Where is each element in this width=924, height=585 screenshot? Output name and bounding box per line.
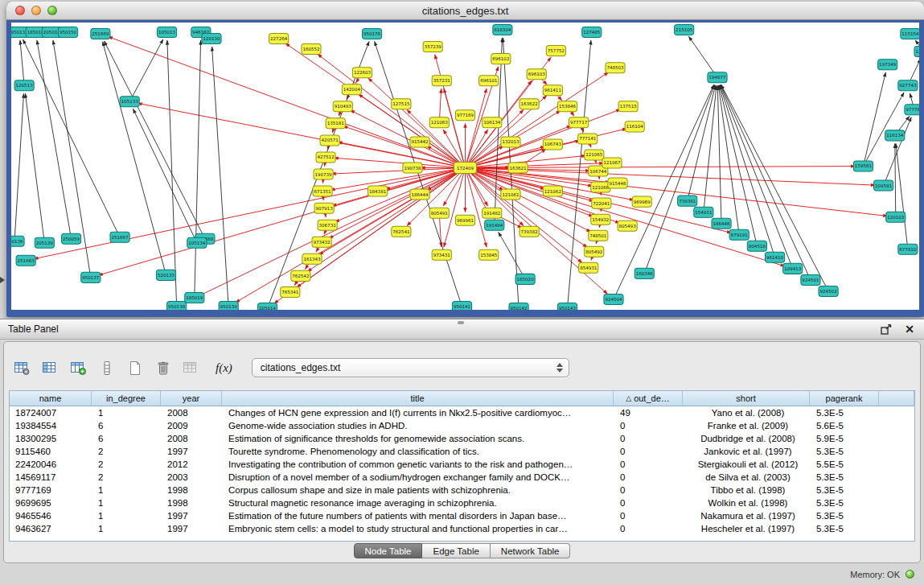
table-cell[interactable]: 1 [92, 496, 161, 509]
network-node[interactable]: 160552 [302, 44, 321, 55]
network-edge[interactable] [896, 143, 908, 249]
network-edge[interactable] [334, 158, 465, 167]
table-cell[interactable]: 18300295 [10, 432, 92, 445]
network-node[interactable]: 950150 [58, 27, 77, 38]
network-node[interactable]: 132013 [501, 137, 520, 147]
network-node[interactable]: 186446 [712, 218, 731, 229]
network-node[interactable]: 777141 [578, 134, 598, 144]
table-cell[interactable]: Tourette syndrome. Phenomenology and cla… [222, 445, 614, 458]
network-edge[interactable] [20, 40, 24, 85]
network-edge[interactable] [717, 85, 721, 223]
network-node[interactable]: 950139 [219, 301, 238, 310]
network-node[interactable]: 696101 [479, 76, 499, 86]
close-window-icon[interactable] [15, 6, 25, 15]
table-cell[interactable]: 1 [92, 509, 161, 522]
network-node[interactable]: 184381 [368, 186, 388, 196]
network-node[interactable]: 696103 [527, 69, 546, 80]
network-node[interactable]: 137515 [618, 101, 638, 112]
network-node[interactable]: 977717 [569, 117, 589, 128]
table-cell[interactable]: 19384554 [10, 419, 92, 432]
table-cell[interactable]: de Silva et al. (2003) [683, 471, 810, 484]
tab-edge-table[interactable]: Edge Table [422, 543, 490, 558]
network-edge[interactable] [704, 85, 717, 212]
hidden-panel-arrow-icon[interactable] [0, 277, 5, 283]
network-edge[interactable] [884, 117, 912, 186]
add-row-button[interactable] [97, 357, 117, 378]
table-row[interactable]: 2242004622012Investigating the contribut… [10, 458, 914, 471]
network-node[interactable]: 757752 [546, 46, 565, 56]
network-node[interactable]: 250059 [61, 233, 80, 244]
network-node[interactable]: 961411 [543, 85, 562, 96]
window-titlebar[interactable]: citations_edges.txt [6, 2, 924, 20]
table-cell[interactable]: Franke et al. (2009) [683, 419, 810, 432]
network-node[interactable]: 122603 [352, 68, 372, 78]
network-node[interactable]: 135181 [326, 118, 345, 129]
network-node[interactable]: 105133 [120, 97, 139, 107]
table-selector-dropdown[interactable]: citations_edges.txt [252, 358, 569, 377]
network-edge[interactable] [138, 103, 465, 167]
table-cell[interactable]: Structural magnetic resonance image aver… [222, 496, 614, 509]
network-node[interactable]: 924502 [819, 286, 838, 296]
table-cell[interactable]: 5.5E-5 [810, 458, 879, 471]
table-cell[interactable]: 0 [614, 445, 683, 458]
network-node[interactable]: 927743 [898, 80, 918, 91]
network-node[interactable]: 977781 [905, 105, 919, 115]
table-cell[interactable]: 9777169 [10, 484, 92, 496]
table-cell[interactable]: Stergiakouli et al. (2012) [683, 458, 810, 471]
table-cell[interactable]: 2 [92, 445, 161, 458]
column-header-out-de-[interactable]: △out_de… [614, 391, 683, 406]
network-node[interactable]: 805493 [618, 220, 637, 231]
network-node[interactable]: 739381 [678, 196, 697, 206]
network-node[interactable]: 907913 [314, 203, 334, 213]
network-edge[interactable] [863, 93, 904, 166]
network-edge[interactable] [129, 39, 163, 101]
network-node[interactable]: 121067 [602, 158, 622, 168]
network-edge[interactable] [614, 84, 714, 299]
network-node[interactable]: 191484 [485, 220, 504, 230]
network-node[interactable]: 109413 [783, 263, 803, 274]
network-node[interactable]: 153846 [557, 101, 577, 112]
table-cell[interactable]: Embryonic stem cells: a model to study s… [222, 522, 614, 535]
network-node[interactable]: 120130 [202, 34, 221, 44]
network-node[interactable]: 106134 [483, 117, 502, 128]
network-node[interactable]: 121063 [429, 117, 449, 128]
network-node[interactable]: 915442 [410, 137, 429, 147]
network-edge[interactable] [368, 78, 466, 168]
table-cell[interactable]: Changes of HCN gene expression and I(f) … [222, 406, 614, 419]
tab-network-table[interactable]: Network Table [491, 543, 571, 558]
delete-table-button[interactable] [153, 357, 173, 378]
network-node[interactable]: 306731 [318, 220, 337, 230]
select-columns-button[interactable] [40, 357, 60, 378]
network-node[interactable]: 950178 [362, 29, 381, 39]
table-cell[interactable]: 0 [614, 522, 683, 535]
table-cell[interactable]: Hescheler et al. (1997) [683, 522, 810, 535]
network-node[interactable]: 910493 [333, 101, 352, 112]
network-node[interactable]: 205014 [257, 303, 277, 310]
network-node[interactable]: 163621 [508, 163, 528, 173]
tab-node-table[interactable]: Node Table [354, 543, 423, 558]
network-edge[interactable] [14, 93, 23, 241]
network-node[interactable]: 121062 [543, 186, 562, 196]
network-node[interactable]: 185019 [185, 292, 204, 303]
network-node[interactable]: 679191 [729, 229, 749, 240]
network-node[interactable]: 186444 [410, 189, 429, 200]
table-cell[interactable]: 0 [614, 496, 683, 509]
network-node[interactable]: 116104 [625, 122, 644, 132]
network-edge[interactable] [499, 232, 525, 278]
network-node[interactable]: 105134 [187, 237, 207, 248]
table-cell[interactable]: Genome-wide association studies in ADHD. [222, 419, 614, 432]
network-node[interactable]: 722041 [592, 198, 611, 208]
table-row[interactable]: 1938455462009Genome-wide association stu… [10, 419, 914, 432]
network-node[interactable]: 159581 [853, 161, 873, 171]
table-cell[interactable]: 2 [92, 458, 161, 471]
network-node[interactable]: 977169 [455, 110, 474, 121]
network-node[interactable]: 163622 [519, 99, 539, 109]
network-edge[interactable] [644, 85, 714, 274]
table-cell[interactable]: 14569117 [10, 471, 92, 484]
new-table-button[interactable] [125, 357, 145, 378]
network-node[interactable]: 191482 [483, 208, 502, 218]
network-node[interactable]: 950142 [509, 303, 528, 310]
network-node[interactable]: 194877 [708, 72, 727, 83]
network-node[interactable]: 105013 [157, 27, 176, 38]
network-node[interactable]: 122139 [914, 47, 919, 57]
